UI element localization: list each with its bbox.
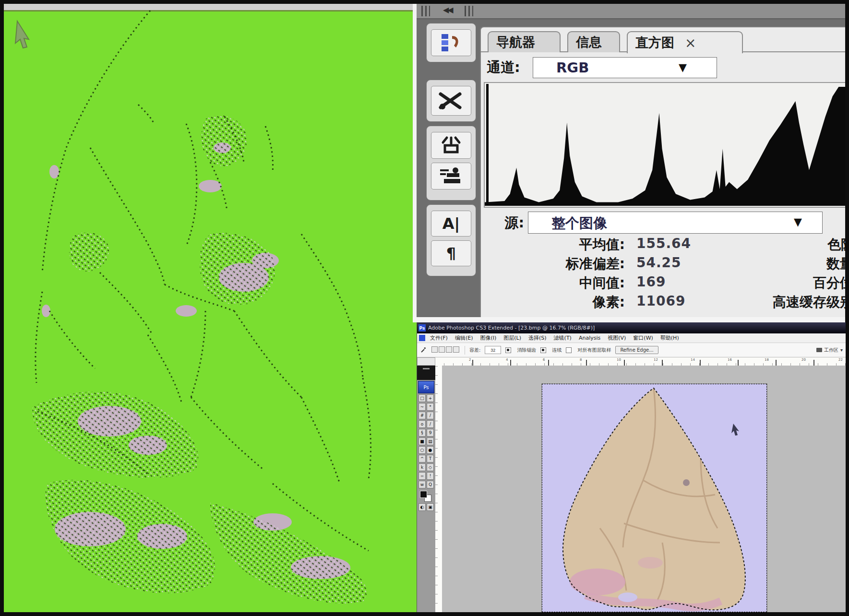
ruler-number: 22: [838, 358, 843, 362]
character-panel-icon[interactable]: A|: [431, 211, 471, 237]
healing-tool[interactable]: o: [419, 420, 426, 428]
canvas-pasteboard[interactable]: [442, 366, 846, 612]
stat-row-mean: 平均值: 155.64 色阶:: [481, 236, 845, 254]
menu-item[interactable]: Analysis: [579, 335, 600, 341]
move-tool[interactable]: +: [427, 394, 434, 402]
ruler-number: 4: [506, 358, 508, 362]
marquee-tool[interactable]: □: [419, 394, 426, 402]
channel-select[interactable]: RGB ▼: [533, 57, 717, 78]
toolbox-grip[interactable]: [417, 366, 435, 380]
menu-item[interactable]: 帮助(H): [660, 334, 679, 342]
paragraph-panel-icon[interactable]: ¶: [431, 240, 471, 266]
cursor-arrow: [15, 21, 29, 48]
screen-mode-button[interactable]: ▣: [427, 503, 434, 511]
chevron-down-icon: ▼: [794, 216, 802, 228]
workspace-icon: [816, 348, 822, 352]
tab-histogram[interactable]: 直方图 ×: [627, 31, 743, 53]
histogram-panel: 导航器 信息 直方图 × 通道: RGB ▼ 源: 整个图: [480, 26, 845, 319]
color-swatches[interactable]: [417, 490, 435, 502]
brushes-panel-icon[interactable]: [431, 132, 471, 159]
refine-edge-button[interactable]: Refine Edge...: [615, 346, 658, 354]
lasso-tool[interactable]: ~: [419, 403, 426, 411]
clone-source-panel-icon[interactable]: [431, 163, 471, 190]
tool-presets-panel-icon[interactable]: [431, 86, 471, 116]
magic-wand-icon[interactable]: [420, 346, 427, 354]
history-brush-tool[interactable]: 9: [427, 429, 434, 437]
blur-tool[interactable]: ○: [419, 446, 426, 454]
stat-row-median: 中间值: 169 百分位:: [481, 274, 845, 292]
brush-tool[interactable]: /: [427, 420, 434, 428]
pen-tool[interactable]: ^: [419, 455, 426, 462]
zoom-tool[interactable]: Q: [427, 481, 434, 488]
tissue-spot: [683, 479, 690, 486]
source-select[interactable]: 整个图像 ▼: [528, 212, 823, 234]
workspace-control[interactable]: 工作区 ▾: [816, 347, 843, 354]
tab-info-label: 信息: [576, 34, 602, 51]
notes-tool[interactable]: =: [419, 472, 426, 480]
history-panel-icon[interactable]: [431, 29, 471, 56]
histogram-plot: [484, 82, 845, 208]
sample-all-layers-label: 对所有图层取样: [577, 347, 611, 354]
screenshot-frame: ◀◀: [0, 0, 849, 616]
menu-item[interactable]: 滤镜(T): [554, 334, 572, 342]
stddev-value: 54.25: [636, 255, 682, 271]
ruler-number: 14: [691, 358, 695, 362]
anti-alias-checkbox[interactable]: [505, 347, 511, 353]
foreground-color-swatch[interactable]: [420, 491, 427, 498]
channel-value: RGB: [556, 59, 589, 76]
menu-item[interactable]: 编辑(E): [455, 334, 473, 342]
tolerance-input[interactable]: [485, 346, 501, 354]
horizontal-ruler[interactable]: 246810121416182022: [435, 357, 846, 366]
eyedropper-tool[interactable]: !: [427, 472, 434, 480]
window-titlebar[interactable]: Ps Adobe Photoshop CS3 Extended - [23.bm…: [417, 322, 846, 333]
gradient-tool[interactable]: ▤: [427, 438, 434, 445]
slice-tool[interactable]: /: [427, 412, 434, 419]
count-label: 数量:: [826, 255, 845, 273]
menu-item[interactable]: 窗口(W): [633, 334, 653, 342]
channel-label: 通道:: [487, 58, 520, 77]
menu-item[interactable]: 图层(L): [503, 334, 521, 342]
anti-alias-label: 消除锯齿: [517, 347, 536, 354]
crop-tool[interactable]: #: [419, 412, 426, 419]
toolbox: Ps □+~*#/o/§9■▤○●^Tk◇=!wQ ◐ ▣: [417, 366, 436, 612]
ruler-number: 2: [469, 358, 471, 362]
tool-options-bar: 容差: 消除锯齿 连续 对所有图层取样 Refine Edge... 工作区 ▾: [417, 343, 846, 357]
contiguous-checkbox[interactable]: [540, 347, 546, 353]
clone-stamp-tool[interactable]: §: [419, 429, 426, 437]
ruler-number: 16: [728, 358, 732, 362]
stat-row-pixels: 像素: 11069 高速缓存级别:: [481, 293, 845, 311]
stat-row-stddev: 标准偏差: 54.25 数量:: [481, 255, 845, 273]
type-tool[interactable]: T: [427, 455, 434, 462]
sample-all-layers-checkbox[interactable]: [566, 347, 572, 353]
magic-wand-tool[interactable]: *: [427, 403, 434, 411]
menu-item[interactable]: 选择(S): [528, 334, 547, 342]
path-select-tool[interactable]: k: [419, 463, 426, 471]
menu-bar: 文件(F)编辑(E)图像(I)图层(L)选择(S)滤镜(T)Analysis视图…: [417, 333, 846, 343]
dock-grip-icon[interactable]: [465, 6, 473, 16]
dock-grip-icon[interactable]: [421, 6, 430, 16]
selection-mode-buttons[interactable]: [431, 346, 460, 354]
menu-item[interactable]: 图像(I): [480, 334, 496, 342]
menu-item[interactable]: 文件(F): [430, 334, 448, 342]
mean-label: 平均值:: [481, 236, 625, 254]
dodge-tool[interactable]: ●: [427, 446, 434, 454]
stddev-label: 标准偏差:: [481, 255, 625, 273]
magnified-selection-view[interactable]: [4, 4, 417, 612]
shape-tool[interactable]: ◇: [427, 463, 434, 471]
close-tab-icon[interactable]: ×: [685, 35, 696, 51]
ruler-number: 8: [580, 358, 582, 362]
menu-item[interactable]: 视图(V): [608, 334, 626, 342]
document-image[interactable]: [542, 384, 767, 612]
mean-value: 155.64: [636, 236, 691, 251]
vertical-ruler[interactable]: [435, 366, 442, 612]
eraser-tool[interactable]: ■: [419, 438, 426, 445]
ruler-number: 12: [654, 358, 658, 362]
tab-info[interactable]: 信息: [567, 31, 620, 52]
hand-tool[interactable]: w: [419, 481, 426, 488]
app-icon-small: [419, 335, 425, 341]
tab-navigator[interactable]: 导航器: [488, 31, 561, 52]
quick-mask-button[interactable]: ◐: [419, 503, 426, 511]
collapse-dock-icon[interactable]: ◀◀: [443, 5, 452, 14]
ruler-number: 10: [617, 358, 621, 362]
contiguous-label: 连续: [552, 347, 562, 354]
